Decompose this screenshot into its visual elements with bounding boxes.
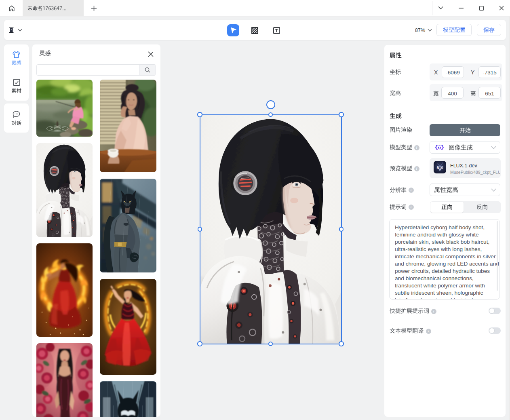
svg-text:FLUX: FLUX [437, 167, 443, 169]
